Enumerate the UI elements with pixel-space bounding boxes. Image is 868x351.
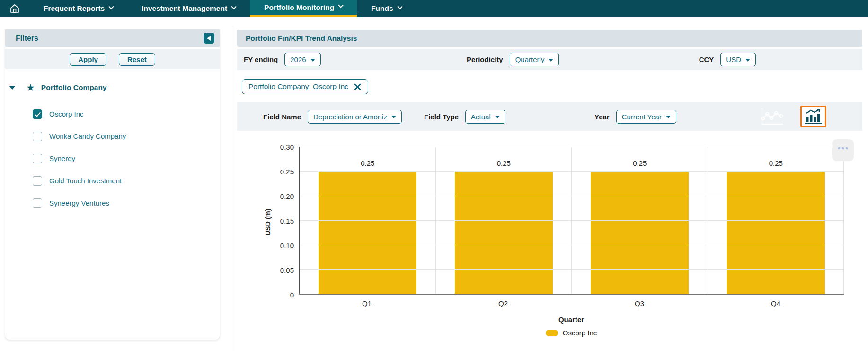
nav-item-portfolio-monitoring[interactable]: Portfolio Monitoring (250, 0, 357, 17)
star-icon: ★ (26, 82, 35, 92)
y-axis-ticks: 0.300.250.200.150.100.050 (247, 147, 294, 295)
fy-ending-select[interactable]: 2026 (284, 53, 320, 66)
company-list: Oscorp Inc Wonka Candy Company Synergy G… (5, 103, 220, 214)
y-tick-label: 0.25 (280, 168, 294, 176)
dropdown-caret-icon (391, 116, 396, 118)
global-filter-row: FY ending 2026 Periodicity Quarterly CCY… (237, 49, 862, 70)
chevron-down-icon (397, 4, 402, 9)
page-title: Portfolio Fin/KPI Trend Analysis (246, 34, 357, 43)
ccy-value: USD (726, 55, 741, 63)
bar-value-label: 0.25 (300, 159, 436, 167)
filter-chip-portfolio-company[interactable]: Portfolio Company: Oscorp Inc (242, 79, 368, 94)
legend-swatch (546, 330, 558, 336)
periodicity-label: Periodicity (467, 55, 503, 63)
gridline-vertical (571, 147, 572, 294)
bar-q4[interactable] (727, 171, 825, 294)
bar-chart-toggle-selected[interactable] (800, 106, 826, 127)
bar-q2[interactable] (455, 171, 553, 294)
dropdown-caret-icon (549, 59, 553, 62)
chevron-down-icon (109, 4, 114, 9)
chart-region: USD (m) 0.300.250.200.150.100.050 0.250.… (237, 131, 862, 350)
bar-q3[interactable] (591, 171, 689, 294)
nav-item-frequent-reports[interactable]: Frequent Reports (29, 0, 127, 17)
periodicity-group: Periodicity Quarterly (467, 49, 559, 70)
gridline-horizontal (300, 196, 844, 196)
gridline-horizontal (300, 147, 844, 147)
close-icon[interactable] (354, 83, 362, 91)
chart-menu-button[interactable] (832, 139, 854, 161)
company-item-syneergy-ventures[interactable]: Syneergy Ventures (5, 192, 220, 214)
company-item-wonka-candy-company[interactable]: Wonka Candy Company (5, 125, 220, 147)
page-header: Portfolio Fin/KPI Trend Analysis (237, 30, 862, 47)
tree-group-label: Portfolio Company (41, 83, 107, 92)
collapse-sidebar-button[interactable] (204, 33, 214, 44)
checkbox[interactable] (33, 198, 42, 208)
nav-label: Funds (371, 4, 393, 13)
y-tick-label: 0 (290, 291, 294, 299)
line-chart-icon[interactable] (758, 106, 785, 127)
home-icon (9, 3, 20, 14)
legend-label: Oscorp Inc (563, 329, 597, 337)
y-tick-label: 0.15 (280, 217, 294, 225)
menu-dot (846, 147, 848, 149)
filters-header: Filters (5, 29, 220, 47)
dropdown-caret-icon (745, 59, 750, 62)
field-name-select[interactable]: Depreciation or Amortiz (308, 110, 402, 124)
gridline-vertical (435, 147, 436, 294)
checkbox[interactable] (33, 154, 42, 163)
y-tick-label: 0.30 (280, 143, 294, 151)
x-tick-label-q2: Q2 (435, 299, 571, 307)
field-type-select[interactable]: Actual (465, 110, 505, 124)
company-item-gold-touch-investment[interactable]: Gold Touch Investment (5, 170, 220, 192)
field-type-value: Actual (471, 113, 491, 121)
nav-label: Frequent Reports (44, 4, 105, 13)
year-value: Current Year (622, 113, 662, 121)
home-button[interactable] (0, 0, 29, 17)
tree-group-portfolio-company[interactable]: ★ Portfolio Company (5, 82, 220, 92)
x-axis-ticks: Q1Q2Q3Q4 (299, 299, 844, 307)
year-select[interactable]: Current Year (616, 110, 676, 124)
bar-chart-icon (805, 109, 822, 124)
company-label: Syneergy Ventures (49, 199, 109, 207)
applied-filters-row: Portfolio Company: Oscorp Inc (237, 72, 862, 101)
company-label: Synergy (49, 154, 75, 162)
y-tick-label: 0.10 (280, 242, 294, 250)
chevron-down-icon (231, 4, 236, 9)
gridline-horizontal (300, 269, 844, 270)
top-navigation: Frequent Reports Investment Management P… (0, 0, 868, 17)
bar-value-label: 0.25 (572, 159, 708, 167)
chevron-down-icon (338, 3, 343, 8)
nav-item-funds[interactable]: Funds (357, 0, 416, 17)
checkbox[interactable] (33, 132, 42, 141)
reset-button[interactable]: Reset (119, 53, 155, 66)
ccy-select[interactable]: USD (720, 53, 756, 66)
company-item-oscorp-inc[interactable]: Oscorp Inc (5, 103, 220, 125)
bar-value-label: 0.25 (436, 159, 572, 167)
plot-area: 0.250.250.250.25 (299, 147, 844, 295)
periodicity-select[interactable]: Quarterly (510, 53, 559, 66)
y-tick-label: 0.20 (280, 192, 294, 200)
ccy-group: CCY USD (699, 49, 756, 70)
checkbox[interactable] (33, 109, 42, 119)
bar-q1[interactable] (319, 171, 416, 294)
field-name-label: Field Name (263, 113, 301, 121)
company-item-synergy[interactable]: Synergy (5, 147, 220, 170)
dropdown-caret-icon (310, 59, 315, 62)
collapse-left-icon (207, 36, 211, 41)
periodicity-value: Quarterly (515, 55, 545, 63)
checkbox[interactable] (33, 176, 42, 186)
filters-title: Filters (16, 34, 38, 43)
chart-legend[interactable]: Oscorp Inc (299, 329, 844, 337)
field-name-group: Field Name Depreciation or Amortiz (263, 102, 402, 131)
field-name-value: Depreciation or Amortiz (313, 113, 387, 121)
caret-down-icon[interactable] (9, 86, 16, 90)
chart-type-toggles (758, 102, 826, 131)
portfolio-company-tree: ★ Portfolio Company Oscorp Inc Wonka Can… (5, 82, 220, 214)
x-tick-label-q1: Q1 (299, 299, 435, 307)
nav-item-investment-management[interactable]: Investment Management (127, 0, 250, 17)
fy-ending-group: FY ending 2026 (244, 49, 321, 70)
gridline-horizontal (300, 171, 844, 172)
apply-button[interactable]: Apply (70, 53, 106, 66)
filter-chip-label: Portfolio Company: Oscorp Inc (248, 82, 348, 91)
company-label: Gold Touch Investment (49, 177, 122, 185)
